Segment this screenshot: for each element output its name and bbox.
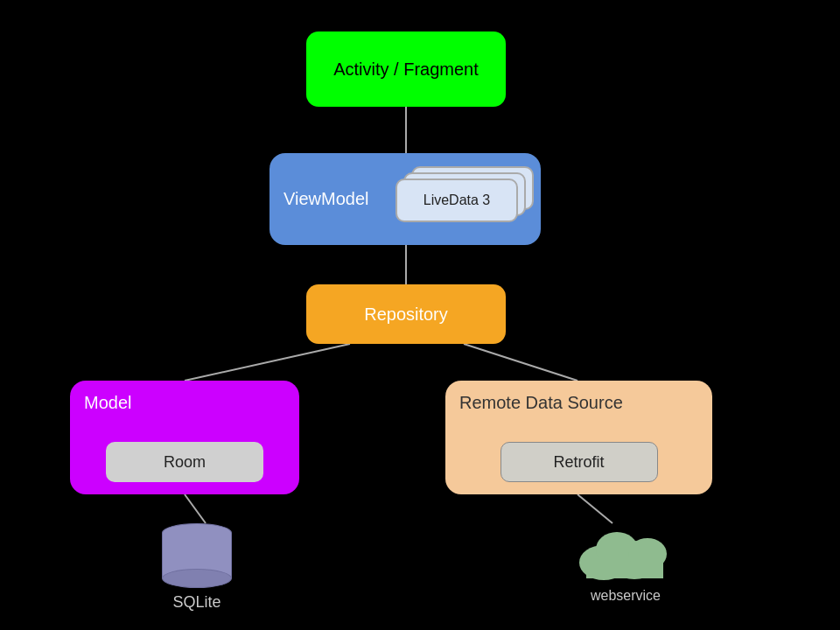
livedata-label: LiveData 3 [424, 192, 491, 208]
model-label: Model [84, 393, 131, 413]
cloud-icon [569, 523, 682, 584]
repository-box: Repository [306, 284, 506, 344]
retrofit-card: Retrofit [500, 442, 658, 482]
svg-line-2 [185, 344, 350, 381]
livedata-card-3: LiveData 3 [396, 178, 518, 222]
activity-fragment-label: Activity / Fragment [333, 60, 479, 80]
room-card: Room [106, 442, 263, 482]
viewmodel-box: ViewModel LiveData 3 [270, 153, 541, 245]
repository-label: Repository [364, 304, 448, 325]
architecture-diagram: Activity / Fragment ViewModel LiveData 3… [0, 0, 840, 630]
livedata-stack: LiveData 3 [396, 166, 527, 232]
webservice-container: webservice [569, 523, 682, 604]
svg-line-3 [464, 344, 578, 381]
remote-data-source-box: Remote Data Source Retrofit [445, 381, 712, 494]
svg-rect-10 [586, 563, 663, 578]
model-box: Model Room [70, 381, 299, 494]
viewmodel-label: ViewModel [284, 189, 368, 209]
cylinder-bottom [162, 569, 232, 588]
sqlite-container: SQLite [162, 523, 232, 612]
remote-data-source-label: Remote Data Source [459, 393, 623, 413]
svg-line-5 [578, 494, 612, 523]
sqlite-cylinder [162, 523, 232, 588]
sqlite-label: SQLite [172, 593, 220, 612]
activity-fragment-box: Activity / Fragment [306, 32, 506, 107]
retrofit-label: Retrofit [553, 453, 604, 472]
svg-line-4 [185, 494, 206, 523]
room-label: Room [164, 453, 206, 472]
webservice-label: webservice [591, 588, 661, 604]
